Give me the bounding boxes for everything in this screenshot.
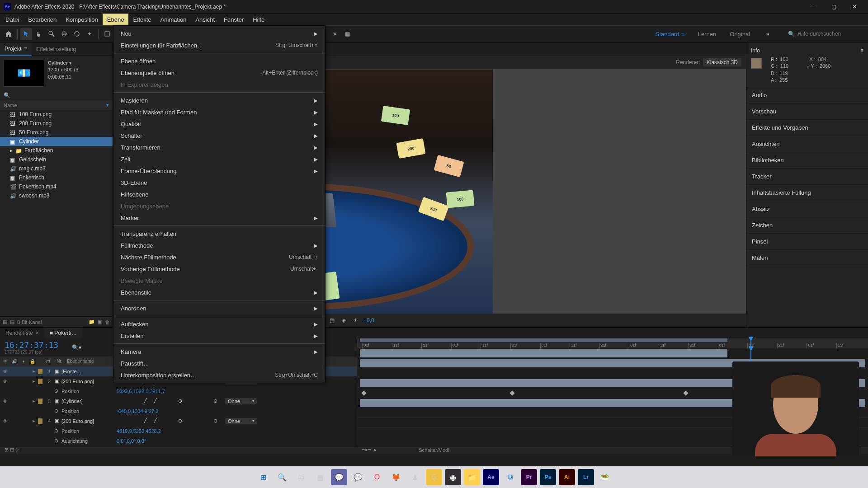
menu-item[interactable]: Hilfsebene [113,188,325,200]
menu-item[interactable]: Neu▶ [113,28,325,39]
app-icon[interactable]: 🥗 [597,469,613,485]
photoshop-icon[interactable]: Ps [540,469,556,485]
menu-animation[interactable]: Animation [156,14,191,25]
minimize-button[interactable]: ─ [803,0,824,14]
new-folder-icon[interactable]: 📁 [89,319,95,325]
panel-header[interactable]: Bibliotheken [746,152,868,169]
selection-tool[interactable] [20,28,32,40]
menu-item[interactable]: 3D-Ebene [113,177,325,188]
menu-ansicht[interactable]: Ansicht [191,14,219,25]
bit-depth[interactable]: 8-Bit-Kanal [17,319,42,325]
project-item[interactable]: 🎬Pokertisch.mp4 [0,182,113,191]
timeline-property-row[interactable]: ⊙ Ausrichtung0,0°,0,0°,0,0° [0,436,357,446]
menu-item[interactable]: Pfad für Masken und Formen▶ [113,106,325,118]
close-icon[interactable]: × [36,330,39,336]
menu-item[interactable]: Nächste FüllmethodeUmschalt++ [113,251,325,263]
panel-menu-icon[interactable]: ≡ [860,47,863,54]
timeline-property-row[interactable]: ⊙ Position-648,0,1334,9,27,2 [0,406,357,416]
workspace-tab[interactable]: Standard ≡ [649,29,691,39]
effect-controls-tab[interactable]: Effekteinstellung [32,42,80,56]
menu-item[interactable]: Maskieren▶ [113,94,325,106]
maximize-button[interactable]: ▢ [824,0,844,14]
project-name-column[interactable]: Name▾ [0,100,113,110]
menu-item[interactable]: Qualität▶ [113,118,325,130]
panel-header[interactable]: Inhaltsbasierte Füllung [746,185,868,201]
panel-header[interactable]: Ausrichten [746,136,868,152]
help-search-input[interactable] [797,31,861,37]
panel-header[interactable]: Audio [746,87,868,103]
start-icon[interactable]: ⊞ [255,469,271,485]
menu-item[interactable]: Vorherige FüllmethodeUmschalt+- [113,263,325,275]
app-icon[interactable]: ♟ [407,469,423,485]
menu-item[interactable]: Erstellen▶ [113,330,325,342]
exposure-value[interactable]: +0,0 [363,317,374,324]
app-icon[interactable]: G [426,469,442,485]
menu-item[interactable]: Anordnen▶ [113,302,325,314]
menu-item[interactable]: Frame-Überblendung▶ [113,165,325,177]
workspace-more-icon[interactable]: » [762,28,774,40]
menu-item[interactable]: Aufdecken▶ [113,318,325,330]
menu-item[interactable]: Kamera▶ [113,346,325,357]
firefox-icon[interactable]: 🦊 [388,469,404,485]
project-list[interactable]: 🖼100 Euro.png🖼200 Euro.png🖼50 Euro.png▣C… [0,110,113,316]
hand-tool[interactable] [33,28,45,40]
search-icon[interactable]: 🔍 [274,469,290,485]
explorer-icon[interactable]: 🗂 [293,469,309,485]
menu-datei[interactable]: Datei [1,14,24,25]
files-icon[interactable]: 📁 [464,469,480,485]
panel-menu-icon[interactable]: ≡ [24,46,27,52]
menu-item[interactable]: Einstellungen für Farbflächen…Strg+Umsch… [113,39,325,51]
project-tab[interactable]: Projekt ≡ [0,42,32,56]
timeline-layer-row[interactable]: 👁▸4▣[200 Euro.png]╱╱⊙⊙Ohne▾ [0,416,357,426]
menu-item[interactable]: Marker▶ [113,212,325,224]
timeline-search-icon[interactable]: 🔍▾ [72,344,81,351]
zoom-tool[interactable] [46,28,57,40]
menu-hilfe[interactable]: Hilfe [248,14,269,25]
new-comp-icon[interactable]: ▣ [98,319,102,325]
panel-header[interactable]: Malen [746,250,868,266]
menu-item[interactable]: Zeit▶ [113,153,325,165]
close-button[interactable]: ✕ [844,0,864,14]
menu-item[interactable]: Unterkomposition erstellen…Strg+Umschalt… [113,369,325,381]
panel-header[interactable]: Vorschau [746,103,868,120]
timeline-tab[interactable]: Renderliste × [0,328,44,338]
whatsapp-icon[interactable]: 💬 [350,469,366,485]
vscode-icon[interactable]: ⧉ [502,469,518,485]
rotation-tool[interactable] [71,28,83,40]
project-item[interactable]: 🖼50 Euro.png [0,128,113,137]
ae-icon[interactable]: Ae [483,469,499,485]
menu-komposition[interactable]: Komposition [61,14,103,25]
project-item[interactable]: ▣Geldschein [0,155,113,164]
menu-item[interactable]: Pausstift… [113,357,325,369]
interpret-icon[interactable]: ▦ [3,319,7,325]
menu-item[interactable]: Ebene öffnen [113,55,325,67]
teams-icon[interactable]: 💬 [331,469,347,485]
layer-bar[interactable] [360,349,728,357]
project-item[interactable]: 🖼200 Euro.png [0,119,113,128]
timeline-timecode[interactable]: 16:27:37:13 [5,340,58,350]
timeline-icon[interactable]: ▤ [328,316,336,324]
panel-header[interactable]: Absatz [746,201,868,217]
shape-rect-tool[interactable] [101,28,113,40]
home-tool[interactable] [3,28,14,40]
project-item[interactable]: 🔊magic.mp3 [0,164,113,173]
workspace-tab[interactable]: Lernen [692,29,722,39]
lightroom-icon[interactable]: Lr [578,469,594,485]
panel-header[interactable]: Zeichen [746,217,868,234]
search-icon[interactable]: 🔍 [4,92,10,99]
timeline-layer-row[interactable]: 👁▸3▣[Cylinder]╱╱⊙⊙Ohne▾ [0,396,357,406]
flowchart-icon[interactable]: ▤ [10,319,14,325]
menu-ebene[interactable]: Ebene [103,14,129,25]
toggle-switches-icon[interactable]: ⊞ ⊟ {} [5,447,19,453]
snap-opt1-icon[interactable]: ✕ [329,28,341,40]
renderer-select[interactable]: Klassisch 3D [703,58,741,66]
project-item[interactable]: ▣Cylinder [0,137,113,146]
timeline-property-row[interactable]: ⊙ Position5093,6,1592,0,3911,7 [0,386,357,396]
reset-exposure-icon[interactable]: ☀ [352,316,360,324]
premiere-icon[interactable]: Pr [521,469,537,485]
work-area[interactable] [360,338,728,342]
panel-header[interactable]: Effekte und Vorgaben [746,120,868,136]
flowchart-icon[interactable]: ◈ [340,316,348,324]
menu-fenster[interactable]: Fenster [219,14,248,25]
menu-item[interactable]: Transparenz erhalten [113,228,325,239]
